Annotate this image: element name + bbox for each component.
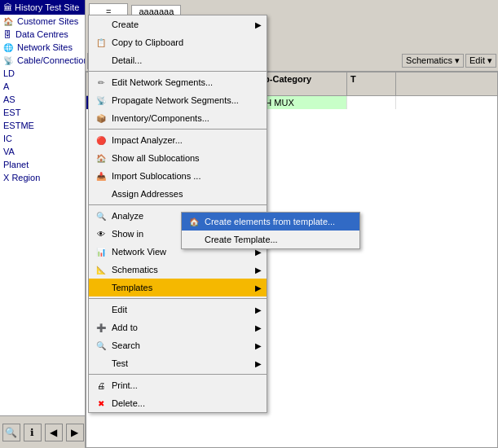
sidebar-item-x-region[interactable]: X Region	[0, 171, 85, 184]
menu-item-copy[interactable]: 📋 Copy to Clipboard	[89, 33, 267, 51]
analyze-icon: 🔍	[94, 209, 108, 222]
separator-5	[89, 374, 267, 375]
search-icon: 🔍	[94, 339, 108, 352]
separator-3	[89, 204, 267, 205]
menu-item-assign[interactable]: Assign Addresses	[89, 185, 267, 203]
copy-icon: 📋	[94, 36, 108, 49]
customer-sites-icon: 🏠	[3, 17, 13, 26]
delete-icon: ✖	[94, 397, 108, 410]
separator-2	[89, 129, 267, 130]
test-icon	[94, 357, 108, 370]
create-icon	[94, 18, 108, 31]
menu-item-templates[interactable]: Templates ▶	[89, 279, 267, 296]
sidebar-item-ic[interactable]: IC	[0, 132, 85, 145]
menu-item-edit-network[interactable]: ✏ Edit Network Segments...	[89, 73, 267, 91]
history-icon: 🏛	[3, 2, 12, 12]
data-centres-icon: 🗄	[3, 30, 11, 39]
bottom-toolbar: 🔍 ℹ ◀ ▶	[0, 415, 86, 448]
create-template-icon-2	[187, 233, 201, 246]
create-arrow: ▶	[255, 20, 262, 29]
menu-item-edit[interactable]: Edit ▶	[89, 301, 267, 318]
edit-network-icon: ✏	[94, 76, 108, 89]
impact-icon: 🔴	[94, 134, 108, 147]
cable-icon: 📡	[3, 56, 13, 65]
sidebar-item-network-sites[interactable]: 🌐 Network Sites	[0, 41, 85, 54]
menu-item-test[interactable]: Test ▶	[89, 354, 267, 372]
sidebar: 🏛 History Test Site 🏠 Customer Sites 🗄 D…	[0, 0, 86, 448]
menu-item-print[interactable]: 🖨 Print...	[89, 376, 267, 394]
add-to-arrow: ▶	[255, 323, 262, 332]
menu-item-detail[interactable]: Detail...	[89, 51, 267, 69]
sidebar-title[interactable]: 🏛 History Test Site	[0, 0, 85, 15]
menu-item-inventory[interactable]: 📦 Inventory/Components...	[89, 109, 267, 127]
menu-item-import[interactable]: 📥 Import Sublocations ...	[89, 167, 267, 185]
menu-item-impact[interactable]: 🔴 Impact Analyzer...	[89, 131, 267, 149]
sidebar-item-cable-connection[interactable]: 📡 Cable/Connection	[0, 54, 85, 67]
sidebar-item-data-centres[interactable]: 🗄 Data Centres	[0, 28, 85, 41]
network-view-icon: 📊	[94, 245, 108, 258]
sidebar-item-ld[interactable]: LD	[0, 67, 85, 80]
schematics-icon: 📐	[94, 263, 108, 276]
schematics-arrow: ▶	[255, 266, 262, 275]
cell-t[interactable]	[347, 96, 396, 109]
templates-icon	[94, 281, 108, 294]
show-sub-icon: 🏠	[94, 152, 108, 165]
menu-item-propagate[interactable]: 📡 Propagate Network Segments...	[89, 91, 267, 109]
separator-1	[89, 71, 267, 72]
col-t: T	[347, 72, 396, 95]
search-arrow: ▶	[255, 341, 262, 350]
test-arrow: ▶	[255, 359, 262, 368]
sidebar-item-est[interactable]: EST	[0, 106, 85, 119]
menu-item-schematics[interactable]: 📐 Schematics ▶	[89, 261, 267, 279]
inventory-icon: 📦	[94, 112, 108, 125]
separator-4	[89, 298, 267, 299]
edit-dropdown-btn[interactable]: Edit ▾	[465, 54, 496, 68]
sidebar-item-estme[interactable]: ESTME	[0, 119, 85, 132]
info-bottom-btn[interactable]: ℹ	[24, 424, 42, 441]
print-icon: 🖨	[94, 379, 108, 392]
sidebar-item-as[interactable]: AS	[0, 93, 85, 106]
propagate-icon: 📡	[94, 94, 108, 107]
sidebar-item-customer-sites[interactable]: 🏠 Customer Sites	[0, 15, 85, 28]
network-sites-icon: 🌐	[3, 43, 13, 52]
import-icon: 📥	[94, 169, 108, 182]
menu-item-add-to[interactable]: ➕ Add to ▶	[89, 318, 267, 336]
edit-icon	[94, 303, 108, 316]
menu-item-search[interactable]: 🔍 Search ▶	[89, 336, 267, 354]
forward-btn[interactable]: ▶	[66, 424, 84, 441]
assign-icon	[94, 187, 108, 200]
create-template-icon: 🏠	[187, 215, 201, 228]
detail-icon	[94, 54, 108, 67]
add-to-icon: ➕	[94, 321, 108, 334]
back-btn[interactable]: ◀	[45, 424, 63, 441]
show-in-icon: 👁	[94, 227, 108, 240]
edit-arrow: ▶	[255, 305, 262, 314]
submenu-item-create-from-template[interactable]: 🏠 Create elements from template...	[182, 213, 359, 231]
menu-item-create[interactable]: Create ▶	[89, 15, 267, 33]
menu-item-show-sub[interactable]: 🏠 Show all Sublocations	[89, 149, 267, 167]
templates-submenu: 🏠 Create elements from template... Creat…	[181, 212, 360, 249]
menu-item-delete[interactable]: ✖ Delete...	[89, 394, 267, 412]
templates-arrow: ▶	[255, 283, 262, 292]
search-bottom-btn[interactable]: 🔍	[2, 424, 20, 441]
sidebar-item-va[interactable]: VA	[0, 145, 85, 158]
submenu-item-create-template[interactable]: Create Template...	[182, 231, 359, 248]
sidebar-item-planet[interactable]: Planet	[0, 158, 85, 171]
sidebar-item-a[interactable]: A	[0, 80, 85, 93]
schematics-dropdown-btn[interactable]: Schematics ▾	[402, 54, 464, 68]
